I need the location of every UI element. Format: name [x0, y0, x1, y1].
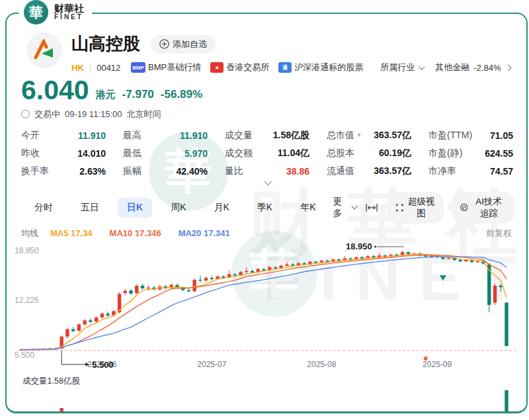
stat-value: 363.57亿 [374, 130, 411, 142]
price-change-pct: -56.89% [161, 88, 202, 103]
stat-label: 市净率 [428, 165, 456, 177]
chart-toolbar: 分时五日日K周K月K季K年K 更多 [25, 192, 514, 224]
badge-label: 香港交易所 [226, 62, 269, 73]
stat-cell: 换手率2.63% [21, 165, 106, 177]
ma-legend-row: 均线 MA5 17.34MA10 17.346MA20 17.341 前复权 [21, 228, 512, 239]
svg-text:5.500: 5.500 [92, 360, 114, 370]
currency-label: 港元 [96, 89, 116, 103]
price-adjust-selector[interactable]: 前复权 [486, 228, 512, 239]
svg-text:2025-08: 2025-08 [307, 360, 336, 369]
stat-value: 624.55 [485, 148, 513, 159]
stat-cell: 今开11.910 [21, 130, 106, 142]
stat-value: 11.04亿 [278, 147, 309, 159]
finet-logo-icon: 華 [24, 0, 48, 24]
industry-link[interactable]: 其他金融 -2.84% [435, 62, 510, 73]
current-price: 6.040 [21, 77, 89, 103]
ma-title: 均线 [21, 228, 38, 239]
plus-circle-icon [159, 39, 169, 49]
chevron-down-icon [419, 63, 425, 70]
stat-label: 昨收 [21, 147, 40, 159]
volume-chart[interactable] [13, 388, 524, 413]
stat-cell: 昨收14.010 [21, 147, 106, 159]
quote-section: 6.040 港元 -7.970 -56.89% 交易中 09-19 11:15:… [21, 77, 516, 120]
stat-cell: 成交量1.58亿股 [225, 130, 309, 142]
stat-value: 74.57 [490, 166, 513, 177]
fit-width-icon[interactable] [364, 202, 380, 214]
stock-header: 山高控股 添加自选 HK | [26, 32, 516, 73]
volume-chart-area [13, 388, 526, 413]
stock-logo-icon [26, 32, 62, 68]
stock-badge-hkex: ★香港交易所 [210, 62, 269, 73]
tab-分时[interactable]: 分时 [25, 198, 62, 218]
main-chart-area: 18.95012.2255.5002025-062025-072025-0820… [13, 241, 526, 374]
stats-grid: 今开11.910最高11.910成交量1.58亿股总市值▼363.57亿市盈(T… [21, 130, 513, 177]
quote-datetime: 09-19 11:15:00 [65, 109, 122, 119]
stat-cell: 振幅42.40% [123, 165, 208, 177]
tab-年K[interactable]: 年K [291, 198, 325, 218]
badge-label: 沪深港通标的股票 [294, 62, 363, 73]
svg-text:2025-09: 2025-09 [423, 360, 452, 369]
stat-value: 38.86 [286, 166, 309, 177]
quote-card: 華 華 财華社 FINET 山高控股 [5, 13, 528, 413]
stat-value: 1.58亿股 [273, 130, 309, 142]
super-view-button[interactable]: 超级视图 [387, 192, 443, 224]
price-change: -7.970 [122, 88, 154, 103]
stat-label: 成交额 [225, 147, 253, 159]
tab-季K[interactable]: 季K [248, 198, 282, 218]
stat-cell: 最高11.910 [123, 130, 208, 142]
ma-legend-ma10[interactable]: MA10 17.346 [110, 228, 161, 238]
stat-label: 流通值 [327, 165, 354, 177]
add-watchlist-button[interactable]: 添加自选 [151, 35, 216, 54]
stat-value: 11.910 [180, 130, 208, 141]
trading-status: 交易中 [34, 108, 60, 120]
connect-badge-icon: 通 [278, 62, 292, 73]
chevron-down-icon [352, 204, 358, 210]
stat-cell: 流通值363.57亿 [327, 165, 411, 177]
tab-月K[interactable]: 月K [204, 198, 238, 218]
tab-日K[interactable]: 日K [118, 198, 152, 218]
stat-label: 量比 [225, 165, 243, 177]
candlestick-chart[interactable]: 18.95012.2255.5002025-062025-072025-0820… [13, 241, 524, 372]
stat-value: 60.19亿 [379, 147, 411, 159]
volume-label: 成交量1.58亿股 [22, 376, 526, 387]
stats-section: 今开11.910最高11.910成交量1.58亿股总市值▼363.57亿市盈(T… [21, 130, 513, 185]
tab-五日[interactable]: 五日 [71, 198, 108, 218]
stock-code: 00412 [97, 63, 120, 73]
more-periods-button[interactable]: 更多 [327, 192, 363, 224]
svg-text:2025-07: 2025-07 [197, 360, 226, 369]
stat-cell: 市盈(TTM)71.05 [428, 130, 513, 142]
bmp-badge-icon: BMP [131, 62, 145, 73]
stat-cell: 市净率74.57 [428, 165, 513, 177]
badge-label: BMP基础行情 [148, 62, 201, 73]
stat-label: 成交量 [225, 130, 253, 142]
stat-cell: 最低5.970 [123, 147, 208, 159]
stock-badge-bmp: BMPBMP基础行情 [131, 62, 201, 73]
stat-value: 14.010 [77, 148, 106, 159]
stat-dropdown-icon[interactable]: ▼ [356, 132, 362, 138]
svg-text:12.225: 12.225 [15, 296, 39, 305]
stat-value: 2.63% [79, 166, 106, 177]
stat-value: 42.40% [177, 166, 208, 177]
stat-cell: 成交额11.04亿 [225, 147, 309, 159]
stat-label: 最低 [123, 147, 142, 159]
ai-spiral-icon [460, 202, 468, 212]
stock-badge-connect: 通沪深港通标的股票 [278, 62, 363, 73]
stat-label: 总股本 [327, 147, 354, 159]
ai-track-button[interactable]: AI技术追踪 [452, 192, 514, 224]
fullscreen-brackets-icon [396, 203, 403, 212]
ma-legend-ma5[interactable]: MA5 17.34 [50, 228, 93, 238]
svg-text:5.500: 5.500 [15, 351, 34, 360]
trading-status-row: 交易中 09-19 11:15:00 北京时间 [21, 108, 516, 120]
ma-legend-ma20[interactable]: MA20 17.341 [179, 228, 230, 238]
stock-name: 山高控股 [71, 32, 140, 56]
clock-circle-icon [21, 110, 30, 118]
industry-selector[interactable]: 所属行业 [380, 62, 423, 73]
stat-label: 市盈(TTM) [428, 130, 472, 142]
expand-stats-button[interactable] [21, 180, 513, 185]
stat-label: 换手率 [21, 165, 49, 177]
stat-value: 71.05 [490, 130, 513, 141]
stat-cell: 量比38.86 [225, 165, 309, 177]
market-label: HK [71, 63, 84, 73]
stat-value: 11.910 [78, 130, 106, 141]
tab-周K[interactable]: 周K [161, 198, 195, 218]
